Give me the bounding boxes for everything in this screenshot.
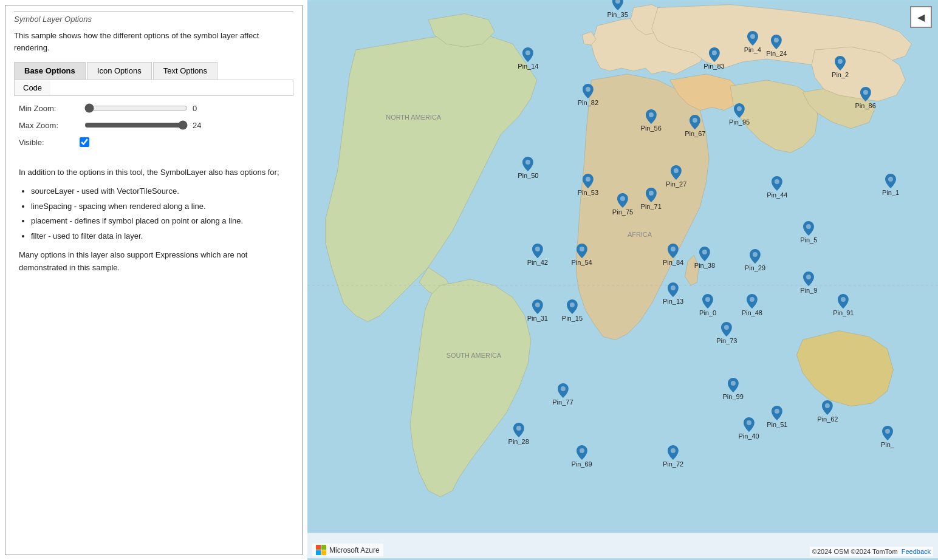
- feedback-link[interactable]: Feedback: [902, 548, 931, 555]
- svg-text:SOUTH AMERICA: SOUTH AMERICA: [447, 352, 502, 359]
- ms-square-yellow: [321, 550, 326, 555]
- max-zoom-slider[interactable]: [84, 120, 188, 130]
- min-zoom-slider[interactable]: [84, 103, 188, 113]
- min-zoom-label: Min Zoom:: [19, 104, 80, 113]
- map-back-button[interactable]: ◀: [910, 6, 932, 28]
- attribution: ©2024 OSM ©2024 TomTom Feedback: [810, 547, 933, 556]
- visible-row: Visible:: [19, 137, 289, 147]
- ms-square-red: [316, 545, 321, 550]
- azure-label: Microsoft Azure: [329, 546, 380, 555]
- left-panel: Symbol Layer Options This sample shows h…: [5, 5, 303, 555]
- tab-icon[interactable]: Icon Options: [87, 62, 152, 80]
- max-zoom-row: Max Zoom: 24: [19, 120, 289, 130]
- info-paragraph1: In addition to the options in this tool,…: [19, 166, 289, 179]
- ms-squares-icon: [316, 545, 326, 555]
- visible-checkbox[interactable]: [80, 137, 89, 147]
- subtab-row: Code: [14, 80, 293, 96]
- list-item-1: sourceLayer - used with VectorTileSource…: [31, 185, 289, 198]
- info-paragraph2: Many options in this layer also support …: [19, 249, 289, 275]
- visible-label: Visible:: [19, 138, 80, 147]
- back-icon: ◀: [917, 12, 925, 23]
- svg-text:NORTH AMERICA: NORTH AMERICA: [386, 114, 442, 121]
- map-area[interactable]: NORTH AMERICA SOUTH AMERICA AFRICA Pin_3…: [307, 0, 938, 560]
- max-zoom-label: Max Zoom:: [19, 121, 80, 130]
- list-item-3: placement - defines if symbol placed on …: [31, 215, 289, 228]
- list-item-4: filter - used to filter data in layer.: [31, 230, 289, 243]
- max-zoom-value: 24: [193, 121, 205, 130]
- ms-square-blue: [316, 550, 321, 555]
- controls-section: Min Zoom: 0 Max Zoom: 24 Visible:: [14, 96, 293, 162]
- info-section: In addition to the options in this tool,…: [14, 162, 293, 285]
- tabs-container: Base Options Icon Options Text Options: [14, 62, 293, 80]
- list-item-2: lineSpacing - spacing when rendered alon…: [31, 200, 289, 213]
- info-list: sourceLayer - used with VectorTileSource…: [19, 185, 289, 243]
- svg-text:AFRICA: AFRICA: [628, 231, 652, 238]
- min-zoom-row: Min Zoom: 0: [19, 103, 289, 113]
- panel-title: Symbol Layer Options: [14, 12, 293, 26]
- tab-base[interactable]: Base Options: [14, 62, 86, 80]
- map-svg: NORTH AMERICA SOUTH AMERICA AFRICA: [307, 0, 938, 560]
- panel-description: This sample shows how the different opti…: [14, 30, 293, 53]
- azure-logo: Microsoft Azure: [312, 544, 383, 556]
- ms-square-green: [321, 545, 326, 550]
- min-zoom-value: 0: [193, 104, 205, 113]
- attribution-text: ©2024 OSM ©2024 TomTom: [812, 548, 898, 555]
- subtab-code[interactable]: Code: [15, 80, 50, 95]
- tab-text[interactable]: Text Options: [153, 62, 217, 80]
